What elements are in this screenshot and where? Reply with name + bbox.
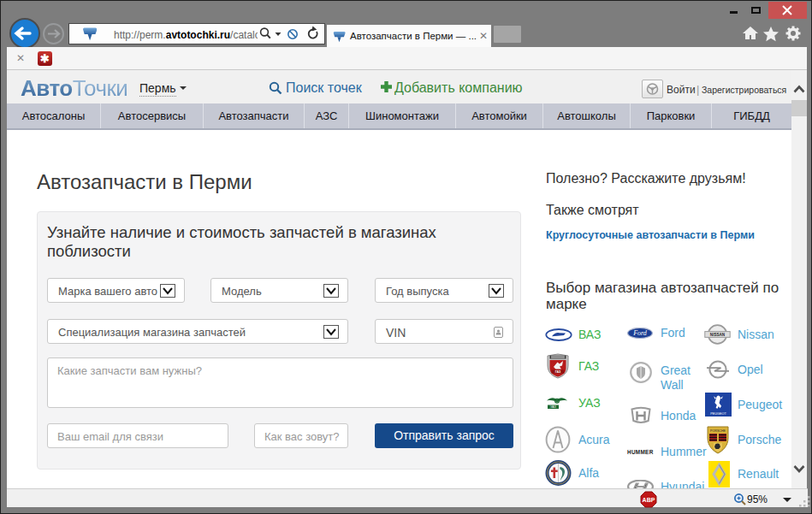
svg-text:PEUGEOT: PEUGEOT	[710, 412, 726, 416]
svg-text:Ford: Ford	[632, 329, 648, 337]
svg-text:NISSAN: NISSAN	[710, 333, 726, 337]
svg-text:УАЗ: УАЗ	[550, 405, 556, 409]
svg-text:ABP: ABP	[643, 497, 655, 503]
svg-text:PORSCHE: PORSCHE	[710, 429, 726, 433]
svg-text:ГАЗ: ГАЗ	[555, 370, 561, 374]
svg-text:HUMMER: HUMMER	[627, 449, 654, 455]
